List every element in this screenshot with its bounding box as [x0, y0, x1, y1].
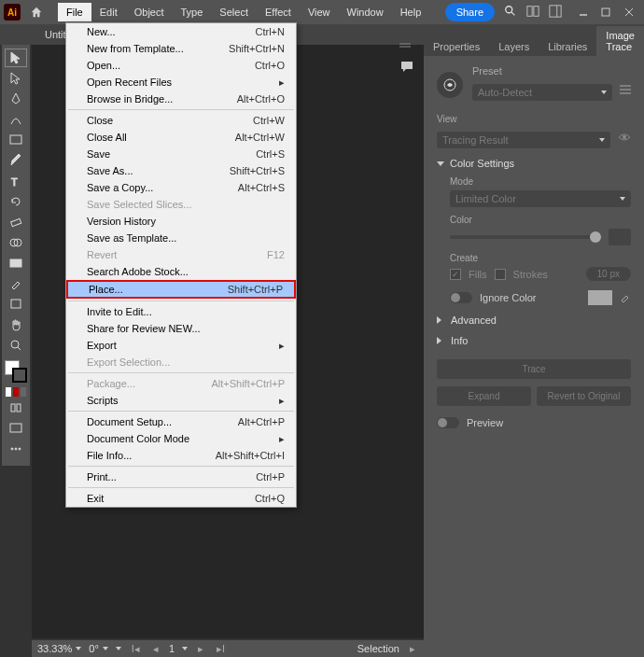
menu-effect[interactable]: Effect — [257, 3, 300, 21]
next-artboard-icon[interactable]: ▸ — [195, 643, 206, 655]
comments-dock — [398, 39, 416, 75]
eraser-tool-icon[interactable] — [5, 213, 27, 231]
color-slider[interactable] — [450, 235, 601, 239]
gradient-tool-icon[interactable] — [5, 254, 27, 273]
menu-view[interactable]: View — [300, 3, 339, 21]
menu-edit[interactable]: Edit — [91, 3, 126, 21]
menu-item-document-color-mode[interactable]: Document Color Mode▸ — [66, 430, 296, 447]
info-header[interactable]: Info — [437, 335, 631, 346]
menu-item-document-setup[interactable]: Document Setup...Alt+Ctrl+P — [66, 413, 296, 430]
ignore-color-swatch[interactable] — [588, 290, 612, 305]
advanced-header[interactable]: Advanced — [437, 315, 631, 326]
tab-image-trace[interactable]: Image Trace — [596, 26, 644, 56]
menu-item-invite-to-edit[interactable]: Invite to Edit... — [66, 303, 296, 320]
direct-selection-tool-icon[interactable] — [5, 69, 27, 88]
menu-item-print[interactable]: Print...Ctrl+P — [66, 468, 296, 485]
menu-item-new[interactable]: New...Ctrl+N — [66, 23, 296, 40]
menu-item-save-a-copy[interactable]: Save a Copy...Alt+Ctrl+S — [66, 179, 296, 196]
revert-button[interactable]: Revert to Original — [537, 386, 631, 406]
eyedropper-tool-icon[interactable] — [5, 274, 27, 293]
curvature-tool-icon[interactable] — [5, 110, 27, 129]
type-tool-icon[interactable]: T — [5, 172, 27, 190]
selection-tool-icon[interactable] — [5, 49, 27, 67]
status-menu-icon[interactable]: ▸ — [407, 643, 418, 655]
zoom-tool-icon[interactable] — [5, 336, 27, 355]
dock-handle-icon[interactable] — [399, 39, 414, 54]
menu-item-open-recent-files[interactable]: Open Recent Files▸ — [66, 74, 296, 91]
ignore-color-toggle[interactable] — [450, 292, 472, 303]
zoom-dropdown[interactable]: 33.33% — [37, 643, 81, 654]
rectangle-tool-icon[interactable] — [5, 131, 27, 149]
mode-dropdown[interactable]: Limited Color — [450, 190, 631, 207]
menu-item-save-as[interactable]: Save As...Shift+Ctrl+S — [66, 162, 296, 179]
menu-item-scripts[interactable]: Scripts▸ — [66, 392, 296, 409]
menu-item-save[interactable]: SaveCtrl+S — [66, 146, 296, 162]
preset-menu-icon[interactable] — [620, 85, 631, 96]
menu-item-place[interactable]: Place...Shift+Ctrl+P — [66, 280, 296, 299]
preview-toggle[interactable] — [437, 417, 459, 428]
fill-stroke-swatch[interactable] — [5, 360, 27, 383]
eye-icon[interactable] — [618, 133, 631, 144]
artboard-tool-icon[interactable] — [5, 295, 27, 314]
menu-type[interactable]: Type — [173, 3, 212, 21]
fills-checkbox[interactable] — [450, 269, 461, 280]
preset-dropdown[interactable]: Auto-Detect — [472, 84, 612, 101]
first-artboard-icon[interactable]: I◂ — [129, 643, 143, 655]
trace-button[interactable]: Trace — [437, 359, 631, 379]
menu-help[interactable]: Help — [392, 3, 430, 21]
menu-file[interactable]: File — [58, 3, 91, 21]
edit-toolbar-icon[interactable] — [5, 440, 27, 458]
svg-rect-4 — [550, 6, 561, 17]
svg-rect-16 — [11, 300, 21, 308]
menu-object[interactable]: Object — [126, 3, 173, 21]
menu-window[interactable]: Window — [339, 3, 392, 21]
last-artboard-icon[interactable]: ▸I — [214, 643, 228, 655]
search-icon[interactable] — [504, 5, 517, 20]
color-settings-header[interactable]: Color Settings — [437, 158, 631, 169]
stroke-swatch-icon[interactable] — [12, 368, 27, 383]
color-count-field[interactable] — [609, 229, 631, 245]
tab-properties[interactable]: Properties — [424, 37, 489, 56]
prev-artboard-icon[interactable]: ◂ — [150, 643, 161, 655]
menu-item-save-as-template[interactable]: Save as Template... — [66, 230, 296, 246]
home-icon[interactable] — [28, 4, 45, 21]
paintbrush-tool-icon[interactable] — [5, 151, 27, 170]
menu-item-version-history[interactable]: Version History — [66, 213, 296, 230]
close-icon[interactable] — [623, 7, 635, 18]
workspace-switcher-icon[interactable] — [549, 5, 562, 20]
rotate-tool-icon[interactable] — [5, 192, 27, 211]
menu-select[interactable]: Select — [211, 3, 257, 21]
screen-mode-icon[interactable] — [5, 419, 27, 438]
artboard-nav-field[interactable]: 1 — [169, 643, 175, 654]
eyedropper-icon[interactable] — [620, 291, 631, 304]
tab-libraries[interactable]: Libraries — [539, 37, 596, 56]
share-button[interactable]: Share — [445, 3, 495, 21]
hand-tool-icon[interactable] — [5, 315, 27, 334]
shape-builder-tool-icon[interactable] — [5, 233, 27, 252]
comment-icon[interactable] — [399, 60, 414, 75]
menu-item-exit[interactable]: ExitCtrl+Q — [66, 490, 296, 507]
menu-item-new-from-template[interactable]: New from Template...Shift+Ctrl+N — [66, 40, 296, 57]
menu-item-close[interactable]: CloseCtrl+W — [66, 112, 296, 129]
menu-item-export[interactable]: Export▸ — [66, 337, 296, 354]
arrange-documents-icon[interactable] — [526, 5, 539, 20]
maximize-icon[interactable] — [601, 7, 612, 18]
stroke-width-field[interactable]: 10 px — [586, 267, 631, 281]
menu-item-search-adobe-stock[interactable]: Search Adobe Stock... — [66, 263, 296, 280]
color-mode-icons[interactable] — [6, 387, 26, 397]
view-dropdown[interactable]: Tracing Result — [437, 132, 610, 148]
draw-mode-icon[interactable] — [5, 398, 27, 417]
chevron-down-icon[interactable] — [116, 647, 121, 650]
tab-layers[interactable]: Layers — [489, 37, 539, 56]
menu-item-browse-in-bridge[interactable]: Browse in Bridge...Alt+Ctrl+O — [66, 91, 296, 107]
strokes-checkbox[interactable] — [495, 269, 506, 280]
menu-item-close-all[interactable]: Close AllAlt+Ctrl+W — [66, 129, 296, 146]
pen-tool-icon[interactable] — [5, 90, 27, 108]
minimize-icon[interactable] — [579, 7, 590, 18]
menu-item-share-for-review-new[interactable]: Share for Review NEW... — [66, 320, 296, 337]
menu-item-file-info[interactable]: File Info...Alt+Shift+Ctrl+I — [66, 447, 296, 464]
menu-item-open[interactable]: Open...Ctrl+O — [66, 57, 296, 74]
chevron-down-icon[interactable] — [182, 647, 188, 650]
rotate-dropdown[interactable]: 0° — [89, 643, 108, 654]
expand-button[interactable]: Expand — [437, 386, 531, 406]
